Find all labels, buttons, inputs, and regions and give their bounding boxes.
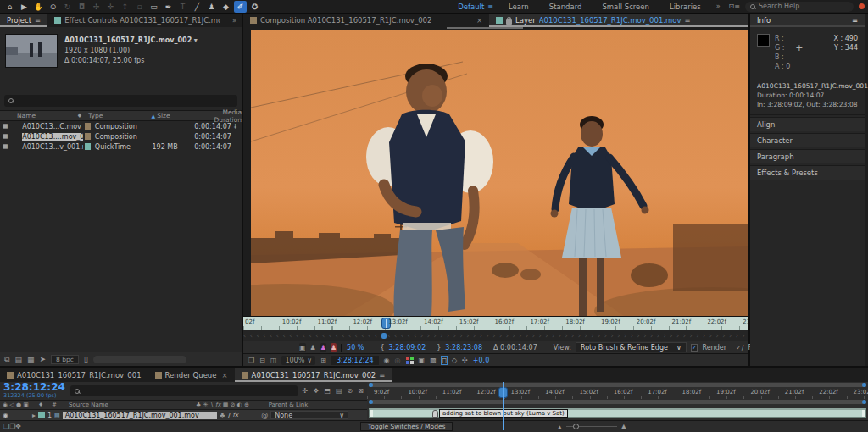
- dual-view-icon[interactable]: ◫: [270, 357, 277, 364]
- clone-stamp-tool[interactable]: ♟: [205, 1, 218, 13]
- workspace-tab-small-screen[interactable]: Small Screen: [592, 3, 659, 11]
- layer-marker-icon[interactable]: [432, 410, 438, 418]
- timeline-ruler[interactable]: 9:02f10:02f11:02f12:02f13:02f14:02f15:02…: [367, 388, 868, 399]
- layer-time-ruler[interactable]: 02f10:02f11:02f12:02f13:02f14:02f15:02f1…: [243, 316, 748, 330]
- bit-depth-button[interactable]: 8 bpc: [51, 355, 79, 364]
- workspace-tab-standard[interactable]: Standard: [539, 3, 593, 11]
- interpret-footage-icon[interactable]: ⧉: [4, 355, 9, 364]
- timeline-tab[interactable]: A010C131_160517_R1JC.mov_001: [0, 368, 148, 382]
- toggle-switches-modes-button[interactable]: Toggle Switches / Modes: [360, 422, 453, 431]
- shy-layers-icon[interactable]: ⬒: [324, 387, 331, 395]
- close-icon[interactable]: [859, 3, 865, 9]
- col-name[interactable]: Name: [0, 112, 76, 119]
- panel-menu-icon[interactable]: ≡: [35, 16, 41, 25]
- draft-3d-icon[interactable]: ❖: [313, 387, 319, 395]
- eye-icon[interactable]: ◉: [3, 412, 8, 419]
- snapshot-icon[interactable]: ◉: [384, 357, 390, 364]
- trash-icon[interactable]: ▯: [84, 355, 88, 363]
- layer-name[interactable]: A010C131_160517_R1JC.mov_001.mov: [63, 412, 217, 419]
- rotation-tool[interactable]: ↻: [61, 1, 74, 13]
- eraser-tool[interactable]: ◆: [220, 1, 232, 13]
- work-area-bar[interactable]: [369, 383, 866, 387]
- roto-brush-tool[interactable]: ✐: [234, 1, 247, 13]
- panel-header-align[interactable]: Align: [750, 117, 865, 131]
- help-search-input[interactable]: Search Help: [745, 2, 854, 12]
- col-label-icon[interactable]: ♦: [76, 112, 88, 119]
- expand-transfer-icon[interactable]: ❏: [3, 423, 9, 430]
- zoom-track[interactable]: [566, 426, 617, 427]
- col-index[interactable]: #: [52, 402, 67, 408]
- item-label-swatch[interactable]: [85, 143, 91, 150]
- quality-slash[interactable]: ∕: [228, 412, 231, 419]
- pen-tool[interactable]: ✒: [162, 1, 175, 13]
- puppet-pin-tool[interactable]: ✪: [248, 1, 261, 13]
- fx-switch[interactable]: fx: [233, 412, 239, 418]
- workspace-tab-learn[interactable]: Learn: [498, 3, 539, 11]
- toggle-mask-path-icon[interactable]: ⊓: [442, 357, 447, 364]
- selection-tool[interactable]: ▶: [18, 1, 31, 13]
- col-parent-link[interactable]: Parent & Link: [269, 402, 309, 408]
- close-tab-icon[interactable]: ×: [476, 16, 482, 25]
- col-size[interactable]: Size: [157, 112, 195, 119]
- current-timecode[interactable]: 3:28:12:24: [331, 356, 379, 365]
- marquee-tool[interactable]: ▫: [133, 1, 146, 13]
- frame-blend-icon[interactable]: ▤: [336, 387, 342, 395]
- close-tab-icon[interactable]: ×: [221, 371, 227, 379]
- tab-overflow-icon[interactable]: »: [227, 17, 242, 25]
- show-snapshot-icon[interactable]: ◎: [395, 357, 401, 364]
- layer-label-swatch[interactable]: [38, 412, 45, 418]
- camera-tool[interactable]: ◘: [75, 1, 88, 13]
- hand-tool[interactable]: ✋: [32, 1, 45, 13]
- panel-menu-icon[interactable]: ≡: [379, 371, 385, 379]
- pan-behind-tool[interactable]: ✢: [90, 1, 103, 13]
- zoom-tool[interactable]: ⊙: [47, 1, 59, 13]
- item-name[interactable]: A010C13....mov_002: [22, 133, 82, 141]
- project-settings-icon[interactable]: ➤: [39, 355, 46, 363]
- timeline-graph-area[interactable]: 9:02f10:02f11:02f12:02f13:02f14:02f15:02…: [367, 382, 868, 420]
- expander-icon[interactable]: ▸: [32, 412, 36, 419]
- overlay-opacity-value[interactable]: 50 %: [347, 344, 364, 352]
- show-channel-icon[interactable]: [406, 357, 414, 364]
- timeline-search-input[interactable]: [70, 385, 298, 396]
- horizontal-scrollbar[interactable]: [447, 27, 523, 29]
- pickwhip-icon[interactable]: @: [261, 412, 268, 419]
- layer-duration-bar[interactable]: adding sat to blown out sky (Luma v Sat): [369, 408, 866, 418]
- zoom-out-icon[interactable]: ▲: [558, 424, 562, 429]
- transparency-grid-icon[interactable]: ▩: [430, 357, 437, 364]
- out-bracket[interactable]: [862, 410, 865, 417]
- workspace-overflow-icon[interactable]: »: [711, 3, 726, 10]
- quality-switch[interactable]: ♣: [220, 412, 225, 419]
- timeline-tab[interactable]: A010C131_160517_R1JC.mov_002≡: [235, 368, 392, 382]
- zoom-knob[interactable]: [573, 424, 579, 429]
- comp-flowchart-icon[interactable]: ✣: [303, 387, 309, 395]
- zoom-in-icon[interactable]: ▲: [621, 423, 626, 430]
- overlay-color-icon[interactable]: ♟: [331, 343, 337, 352]
- tab-composition[interactable]: Composition A010C131_160517_R1JC.mov_002…: [243, 14, 489, 27]
- col-type[interactable]: Type: [88, 112, 151, 119]
- home-tool[interactable]: ⌂: [3, 1, 16, 13]
- brush-tool[interactable]: ╱: [191, 1, 203, 13]
- project-item-row[interactable]: ▦A010C13....mov_002Composition0:00:14:07: [0, 131, 242, 141]
- project-item-row[interactable]: ▦A010C13...v_001.movQuickTime192 MB0:00:…: [0, 141, 242, 152]
- item-name[interactable]: A010C13...C.mov_001: [22, 123, 82, 130]
- workspace-menu-icon[interactable]: ≡: [487, 3, 493, 10]
- project-table-header[interactable]: Name ♦ Type ▲ Size Media Duration: [0, 110, 242, 121]
- project-item-row[interactable]: ▦A010C13...C.mov_001Composition0:00:14:0…: [0, 121, 242, 131]
- panel-header-character[interactable]: Character: [750, 133, 865, 147]
- region-of-interest-icon[interactable]: ▣: [419, 357, 426, 364]
- toggle-alpha-icon[interactable]: ▣: [299, 343, 306, 352]
- label-column-icon[interactable]: ♦: [38, 402, 50, 408]
- graph-editor-icon[interactable]: ⊠: [358, 387, 364, 395]
- caret-down-icon[interactable]: ▾: [194, 36, 198, 44]
- panel-header-effects-presets[interactable]: Effects & Presets: [750, 165, 865, 180]
- info-panel-header[interactable]: Info ≡: [750, 14, 865, 27]
- workspace-tab-libraries[interactable]: Libraries: [659, 3, 711, 11]
- layer-row[interactable]: ◉ ▸ 1 ▤ A010C131_160517_R1JC.mov_001.mov…: [0, 410, 367, 420]
- overlay-color-swatch[interactable]: [341, 344, 342, 352]
- fast-previews-icon[interactable]: ✣: [462, 357, 468, 364]
- sort-arrow-icon[interactable]: ▲: [152, 113, 156, 119]
- type-tool[interactable]: T: [176, 1, 189, 13]
- expand-render-icon[interactable]: ✥: [15, 423, 21, 430]
- viewer-canvas-area[interactable]: [243, 27, 748, 316]
- axis-tool[interactable]: ↕: [119, 1, 131, 13]
